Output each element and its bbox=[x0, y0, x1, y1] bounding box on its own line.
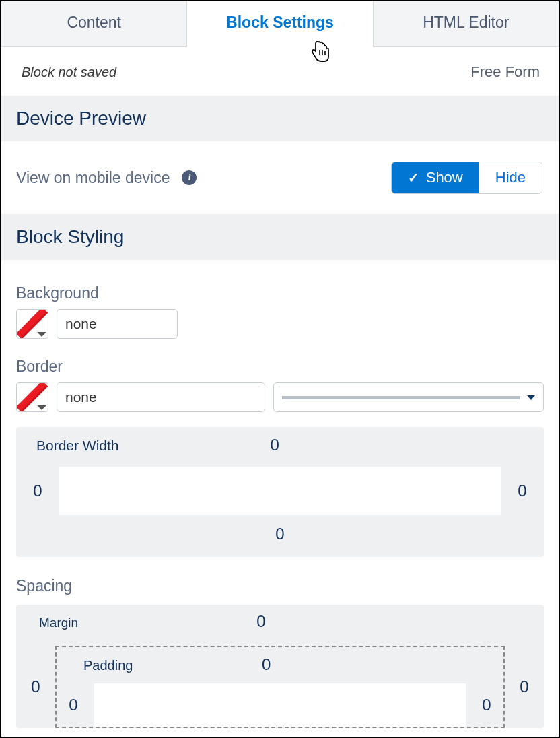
chevron-down-icon bbox=[527, 395, 535, 400]
border-color-swatch[interactable] bbox=[16, 382, 48, 412]
show-button[interactable]: Show bbox=[392, 162, 479, 193]
show-label: Show bbox=[426, 169, 463, 187]
section-block-styling: Block Styling bbox=[1, 214, 559, 260]
border-width-right[interactable]: 0 bbox=[513, 481, 532, 500]
margin-top-value[interactable]: 0 bbox=[4, 612, 518, 631]
padding-left-value[interactable]: 0 bbox=[66, 696, 81, 714]
spacing-label: Spacing bbox=[16, 577, 544, 595]
background-color-input[interactable] bbox=[57, 309, 178, 339]
border-color-input[interactable] bbox=[57, 382, 265, 412]
border-label: Border bbox=[16, 358, 544, 376]
hide-label: Hide bbox=[495, 169, 526, 187]
background-label: Background bbox=[16, 284, 544, 302]
check-icon bbox=[408, 169, 419, 187]
hide-button[interactable]: Hide bbox=[479, 162, 542, 193]
border-width-bottom[interactable]: 0 bbox=[28, 525, 532, 543]
section-device-preview: Device Preview bbox=[1, 96, 559, 141]
tab-bar: Content Block Settings HTML Editor bbox=[1, 1, 559, 47]
show-hide-toggle: Show Hide bbox=[391, 162, 542, 194]
block-not-saved-label: Block not saved bbox=[22, 65, 116, 80]
tab-block-settings[interactable]: Block Settings bbox=[186, 1, 373, 47]
border-width-editor: Border Width 0 0 0 0 bbox=[16, 427, 544, 557]
padding-top-value[interactable]: 0 bbox=[52, 655, 481, 674]
status-row: Block not saved Free Form bbox=[1, 47, 559, 96]
padding-box: Padding 0 0 0 bbox=[55, 646, 505, 728]
tab-content[interactable]: Content bbox=[1, 1, 186, 47]
margin-right-value[interactable]: 0 bbox=[517, 677, 532, 696]
mobile-preview-row: View on mobile device i Show Hide bbox=[1, 141, 559, 214]
padding-preview bbox=[94, 683, 466, 727]
border-width-top[interactable]: 0 bbox=[32, 436, 518, 455]
border-width-left[interactable]: 0 bbox=[28, 481, 47, 500]
free-form-label: Free Form bbox=[470, 63, 540, 81]
border-width-preview bbox=[59, 467, 501, 515]
margin-left-value[interactable]: 0 bbox=[28, 677, 43, 696]
padding-right-value[interactable]: 0 bbox=[479, 696, 494, 714]
mobile-device-label: View on mobile device bbox=[16, 169, 170, 187]
spacing-editor: Margin 0 0 Padding 0 0 0 bbox=[16, 605, 544, 728]
background-color-swatch[interactable] bbox=[16, 309, 48, 339]
tab-html-editor[interactable]: HTML Editor bbox=[374, 1, 559, 47]
border-style-select[interactable] bbox=[273, 382, 544, 412]
border-style-preview bbox=[282, 396, 520, 399]
info-icon[interactable]: i bbox=[182, 170, 197, 185]
